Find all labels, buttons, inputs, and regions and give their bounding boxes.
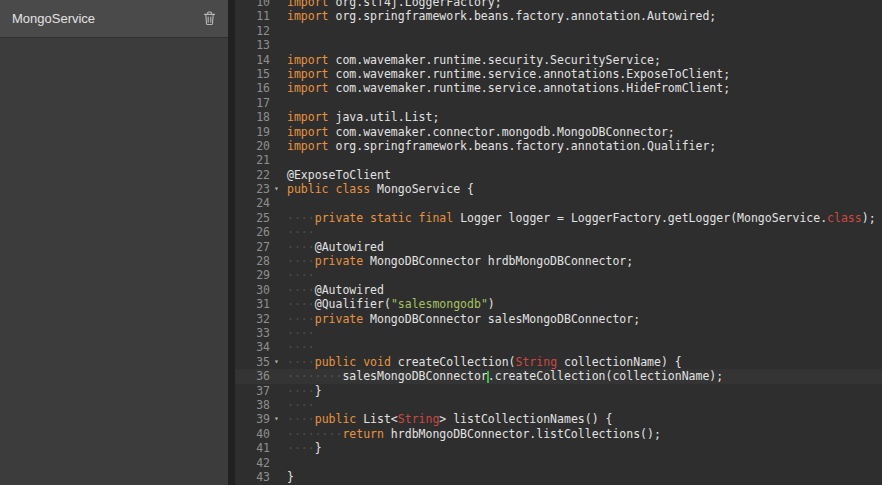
code-line[interactable]: 22@ExposeToClient [235, 168, 882, 182]
code-line[interactable]: 25····private static final Logger logger… [235, 211, 882, 225]
code-line[interactable]: 17 [235, 96, 882, 110]
line-number[interactable]: 36 [235, 369, 283, 383]
code-token: String [398, 412, 440, 426]
code-line[interactable]: 33···· [235, 326, 882, 340]
code-text [283, 96, 287, 110]
code-token: import [287, 110, 329, 124]
line-number[interactable]: 25 [235, 211, 283, 225]
line-number[interactable]: 19 [235, 125, 283, 139]
code-line[interactable]: 11import org.springframework.beans.facto… [235, 9, 882, 23]
code-token: class [827, 211, 862, 225]
line-number[interactable]: 10 [235, 0, 283, 9]
code-token: @Autowired [315, 240, 384, 254]
code-token: void [363, 355, 391, 369]
code-line[interactable]: 39▾····public List<String> listCollectio… [235, 412, 882, 426]
delete-service-button[interactable] [203, 11, 216, 26]
code-line[interactable]: 14import com.wavemaker.runtime.security.… [235, 53, 882, 67]
code-line[interactable]: 36········salesMongoDBConnector.createCo… [235, 369, 882, 383]
line-number[interactable]: 14 [235, 53, 283, 67]
code-line[interactable]: 19import com.wavemaker.connector.mongodb… [235, 125, 882, 139]
line-number[interactable]: 15 [235, 67, 283, 81]
line-number[interactable]: 38 [235, 398, 283, 412]
code-line[interactable]: 18import java.util.List; [235, 110, 882, 124]
code-line[interactable]: 20import org.springframework.beans.facto… [235, 139, 882, 153]
line-number[interactable]: 26 [235, 225, 283, 239]
fold-arrow-icon[interactable]: ▾ [270, 182, 283, 196]
code-text: import com.wavemaker.runtime.service.ann… [283, 67, 730, 81]
code-line[interactable]: 12 [235, 24, 882, 38]
line-number[interactable]: 41 [235, 441, 283, 455]
code-line[interactable]: 10import org.slf4j.LoggerFactory; [235, 0, 882, 9]
code-token: static [370, 211, 412, 225]
line-number[interactable]: 43 [235, 470, 283, 484]
line-number[interactable]: 34 [235, 340, 283, 354]
code-line[interactable]: 34···· [235, 340, 882, 354]
code-line[interactable]: 29···· [235, 268, 882, 282]
line-number[interactable]: 16 [235, 81, 283, 95]
code-line[interactable]: 42 [235, 456, 882, 470]
code-line[interactable]: 35▾····public void createCollection(Stri… [235, 355, 882, 369]
line-number[interactable]: 29 [235, 268, 283, 282]
line-number-label: 36 [256, 369, 270, 383]
code-line[interactable]: 41····} [235, 441, 882, 455]
line-number-label: 38 [256, 398, 270, 412]
code-line[interactable]: 37····} [235, 384, 882, 398]
code-line[interactable]: 23▾public class MongoService { [235, 182, 882, 196]
code-line[interactable]: 21 [235, 153, 882, 167]
line-number[interactable]: 13 [235, 38, 283, 52]
code-token: ···· [287, 412, 315, 426]
code-editor[interactable]: 10import org.slf4j.LoggerFactory;11impor… [235, 0, 882, 485]
code-line[interactable]: 38···· [235, 398, 882, 412]
line-number-label: 37 [256, 384, 270, 398]
code-line[interactable]: 13 [235, 38, 882, 52]
line-number[interactable]: 24 [235, 196, 283, 210]
line-number[interactable]: 39▾ [235, 412, 283, 426]
line-number[interactable]: 23▾ [235, 182, 283, 196]
line-number[interactable]: 40 [235, 427, 283, 441]
code-token: ···· [287, 355, 315, 369]
line-number[interactable]: 33 [235, 326, 283, 340]
line-number[interactable]: 18 [235, 110, 283, 124]
line-number[interactable]: 21 [235, 153, 283, 167]
code-line[interactable]: 30····@Autowired [235, 283, 882, 297]
code-text: ····public void createCollection(String … [283, 355, 682, 369]
line-number[interactable]: 28 [235, 254, 283, 268]
line-number-label: 13 [256, 38, 270, 52]
line-number[interactable]: 30 [235, 283, 283, 297]
fold-arrow-icon[interactable]: ▾ [270, 355, 283, 369]
code-line[interactable]: 27····@Autowired [235, 240, 882, 254]
code-text: ········salesMongoDBConnector.createColl… [283, 369, 723, 383]
code-text: import com.wavemaker.runtime.service.ann… [283, 81, 730, 95]
line-number[interactable]: 17 [235, 96, 283, 110]
line-number[interactable]: 20 [235, 139, 283, 153]
line-number[interactable]: 37 [235, 384, 283, 398]
code-text: ···· [283, 340, 315, 354]
line-number[interactable]: 22 [235, 168, 283, 182]
fold-arrow-icon[interactable]: ▾ [270, 412, 283, 426]
code-line[interactable]: 31····@Qualifier("salesmongodb") [235, 297, 882, 311]
line-number[interactable]: 27 [235, 240, 283, 254]
line-number[interactable]: 35▾ [235, 355, 283, 369]
code-line[interactable]: 15import com.wavemaker.runtime.service.a… [235, 67, 882, 81]
sidebar-splitter[interactable] [228, 0, 235, 485]
code-line[interactable]: 16import com.wavemaker.runtime.service.a… [235, 81, 882, 95]
line-number-label: 24 [256, 196, 270, 210]
line-number-label: 33 [256, 326, 270, 340]
line-number[interactable]: 42 [235, 456, 283, 470]
code-line[interactable]: 28····private MongoDBConnector hrdbMongo… [235, 254, 882, 268]
line-number[interactable]: 32 [235, 312, 283, 326]
line-number-label: 14 [256, 53, 270, 67]
line-number[interactable]: 31 [235, 297, 283, 311]
line-number[interactable]: 11 [235, 9, 283, 23]
code-line[interactable]: 24 [235, 196, 882, 210]
code-token: ); [862, 211, 876, 225]
line-number[interactable]: 12 [235, 24, 283, 38]
code-line[interactable]: 40········return hrdbMongoDBConnector.li… [235, 427, 882, 441]
code-text: ····@Qualifier("salesmongodb") [283, 297, 495, 311]
line-number-label: 18 [256, 110, 270, 124]
code-line[interactable]: 43} [235, 470, 882, 484]
code-line[interactable]: 32····private MongoDBConnector salesMong… [235, 312, 882, 326]
code-line[interactable]: 26···· [235, 225, 882, 239]
code-text: import org.springframework.beans.factory… [283, 139, 716, 153]
sidebar-item-mongoservice[interactable]: MongoService [0, 0, 228, 38]
